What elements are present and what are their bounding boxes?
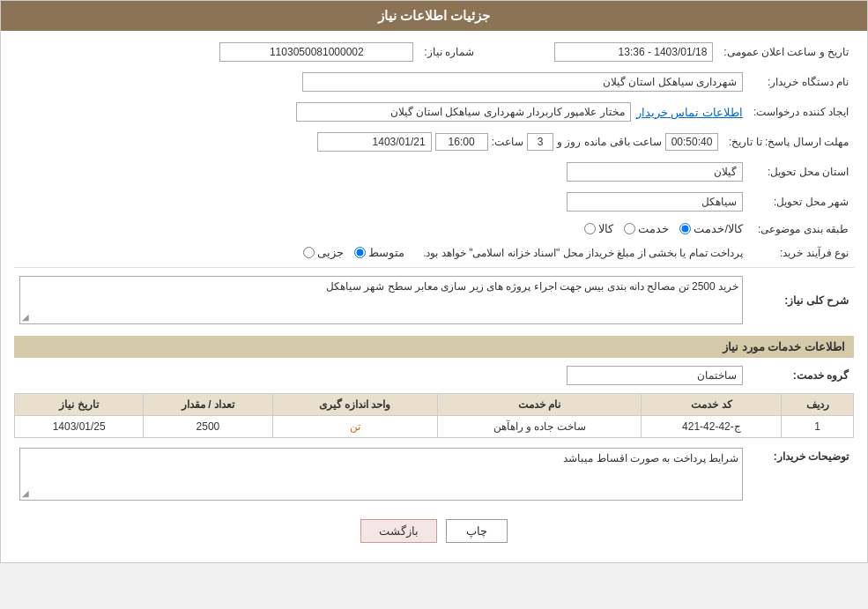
shahr-label: شهر محل تحویل: bbox=[748, 189, 854, 214]
back-button[interactable]: بازگشت bbox=[360, 519, 437, 543]
countdown-label: ساعت باقی مانده bbox=[584, 136, 662, 148]
tarikh-label: تاریخ و ساعت اعلان عمومی: bbox=[718, 40, 854, 64]
sharh-value: خرید 2500 تن مصالح دانه بندی بیس جهت اجر… bbox=[24, 280, 738, 293]
mohlat-row: 00:50:40 ساعت باقی مانده روز و 3 ساعت: 1… bbox=[19, 132, 718, 152]
countdown-group: 00:50:40 ساعت باقی مانده روز و 3 ساعت: 1… bbox=[317, 132, 718, 152]
noef-table: نوع فرآیند خرید: پرداخت تمام یا بخشی از … bbox=[14, 243, 854, 262]
tozihat-label: توضیحات خریدار: bbox=[748, 445, 854, 503]
ijad-row: اطلاعات تماس خریدار مختار علامپور کاربرد… bbox=[19, 102, 743, 122]
cell-unit: تن bbox=[272, 416, 437, 438]
cell-date: 1403/01/25 bbox=[15, 416, 144, 438]
noef-row: پرداخت تمام یا بخشی از مبلغ خریداز محل "… bbox=[19, 246, 743, 259]
shomare-label: شماره نیاز: bbox=[419, 40, 507, 64]
mohlat-table: مهلت ارسال پاسخ: تا تاریخ: 00:50:40 ساعت… bbox=[14, 130, 854, 154]
tabee-label: طبقه بندی موضوعی: bbox=[748, 219, 854, 238]
time-label: ساعت: bbox=[492, 136, 523, 148]
cell-count: 2500 bbox=[144, 416, 272, 438]
cell-radif: 1 bbox=[782, 416, 854, 438]
radio-khedmat-label: خدمت bbox=[638, 222, 669, 235]
tozihat-description: شرایط پرداخت به صورت اقساط میباشد ◢ bbox=[19, 448, 743, 501]
noef-label: نوع فرآیند خرید: bbox=[748, 243, 854, 262]
khadamat-section-title: اطلاعات خدمات مورد نیاز bbox=[14, 336, 854, 358]
radio-kala[interactable]: کالا bbox=[584, 222, 613, 235]
col-code: کد خدمت bbox=[642, 394, 782, 416]
grohe-label: گروه خدمت: bbox=[748, 363, 854, 388]
date-value: 1403/01/21 bbox=[317, 132, 432, 152]
resize-icon: ◢ bbox=[22, 312, 29, 322]
dastgah-table: نام دستگاه خریدار: شهرداری سیاهکل استان … bbox=[14, 70, 854, 94]
ostan-value: گیلان bbox=[567, 162, 743, 182]
radio-jozii-label: جزیی bbox=[317, 246, 344, 259]
col-name: نام خدمت bbox=[437, 394, 642, 416]
main-container: جزئیات اطلاعات نیاز تاریخ و ساعت اعلان ع… bbox=[0, 0, 868, 563]
namdastgah-value: شهرداری سیاهکل استان گیلان bbox=[302, 72, 743, 92]
col-unit: واحد اندازه گیری bbox=[272, 394, 437, 416]
footer-buttons: چاپ بازگشت bbox=[14, 509, 854, 553]
ostan-table: استان محل تحویل: گیلان bbox=[14, 160, 854, 184]
ettelaat-link[interactable]: اطلاعات تماس خریدار bbox=[636, 106, 743, 119]
col-count: تعداد / مقدار bbox=[144, 394, 272, 416]
top-info-table: تاریخ و ساعت اعلان عمومی: 1403/01/18 - 1… bbox=[14, 40, 854, 64]
sharh-description: خرید 2500 تن مصالح دانه بندی بیس جهت اجر… bbox=[19, 276, 743, 324]
tabee-radio-group: کالا/خدمت خدمت کالا bbox=[19, 222, 743, 235]
cell-code: ج-42-42-421 bbox=[642, 416, 782, 438]
countdown-value: 00:50:40 bbox=[665, 133, 718, 151]
sharh-label: شرح کلی نیاز: bbox=[748, 273, 854, 327]
table-row: 1 ج-42-42-421 ساخت جاده و راهآهن تن 2500… bbox=[15, 416, 854, 438]
tozihat-table: توضیحات خریدار: شرایط پرداخت به صورت اقس… bbox=[14, 445, 854, 503]
tarikh-value: 1403/01/18 - 13:36 bbox=[554, 42, 713, 62]
purchase-note: پرداخت تمام یا بخشی از مبلغ خریداز محل "… bbox=[423, 247, 743, 259]
tabee-table: طبقه بندی موضوعی: کالا/خدمت خدمت کالا bbox=[14, 219, 854, 238]
print-button[interactable]: چاپ bbox=[446, 519, 508, 543]
radio-kalaKhedmat[interactable]: کالا/خدمت bbox=[679, 222, 743, 235]
radio-kala-label: کالا bbox=[598, 222, 613, 235]
noef-radio-group: متوسط جزیی bbox=[303, 246, 404, 259]
radio-jozii-input[interactable] bbox=[303, 247, 315, 258]
radio-jozii[interactable]: جزیی bbox=[303, 246, 344, 259]
col-radif: ردیف bbox=[782, 394, 854, 416]
namdastgah-label: نام دستگاه خریدار: bbox=[748, 70, 854, 94]
ijad-label: ایجاد کننده درخواست: bbox=[748, 100, 854, 124]
shomare-value: 1103050081000002 bbox=[219, 42, 413, 62]
radio-motavasset-label: متوسط bbox=[368, 246, 404, 259]
content-area: تاریخ و ساعت اعلان عمومی: 1403/01/18 - 1… bbox=[1, 31, 867, 562]
rooz-value: 3 bbox=[527, 133, 553, 151]
page-title: جزئیات اطلاعات نیاز bbox=[378, 8, 490, 23]
radio-khedmat[interactable]: خدمت bbox=[624, 222, 669, 235]
ijad-value: مختار علامپور کاربردار شهرداری سیاهکل اس… bbox=[296, 102, 631, 122]
sharh-table: شرح کلی نیاز: خرید 2500 تن مصالح دانه بن… bbox=[14, 273, 854, 327]
radio-kala-input[interactable] bbox=[584, 223, 596, 234]
radio-motavasset[interactable]: متوسط bbox=[354, 246, 404, 259]
grohe-value: ساختمان bbox=[567, 366, 743, 385]
ostan-label: استان محل تحویل: bbox=[748, 160, 854, 184]
radio-khedmat-input[interactable] bbox=[624, 223, 635, 234]
col-date: تاریخ نیاز bbox=[15, 394, 144, 416]
page-header: جزئیات اطلاعات نیاز bbox=[1, 1, 867, 31]
mohlat-label: مهلت ارسال پاسخ: تا تاریخ: bbox=[723, 130, 854, 154]
tozihat-value: شرایط پرداخت به صورت اقساط میباشد bbox=[24, 452, 738, 464]
grohe-table: گروه خدمت: ساختمان bbox=[14, 363, 854, 388]
shahr-table: شهر محل تحویل: سیاهکل bbox=[14, 189, 854, 214]
rooz-label: روز و bbox=[557, 136, 581, 148]
radio-kalaKhedmat-label: کالا/خدمت bbox=[694, 222, 743, 235]
radio-kalaKhedmat-input[interactable] bbox=[679, 223, 691, 234]
tozihat-resize-icon: ◢ bbox=[22, 488, 29, 498]
ijad-table: ایجاد کننده درخواست: اطلاعات تماس خریدار… bbox=[14, 100, 854, 124]
services-table: ردیف کد خدمت نام خدمت واحد اندازه گیری ت… bbox=[14, 393, 854, 438]
time-value: 16:00 bbox=[435, 133, 488, 151]
cell-name: ساخت جاده و راهآهن bbox=[437, 416, 642, 438]
shahr-value: سیاهکل bbox=[567, 192, 743, 212]
radio-motavasset-input[interactable] bbox=[354, 247, 366, 258]
